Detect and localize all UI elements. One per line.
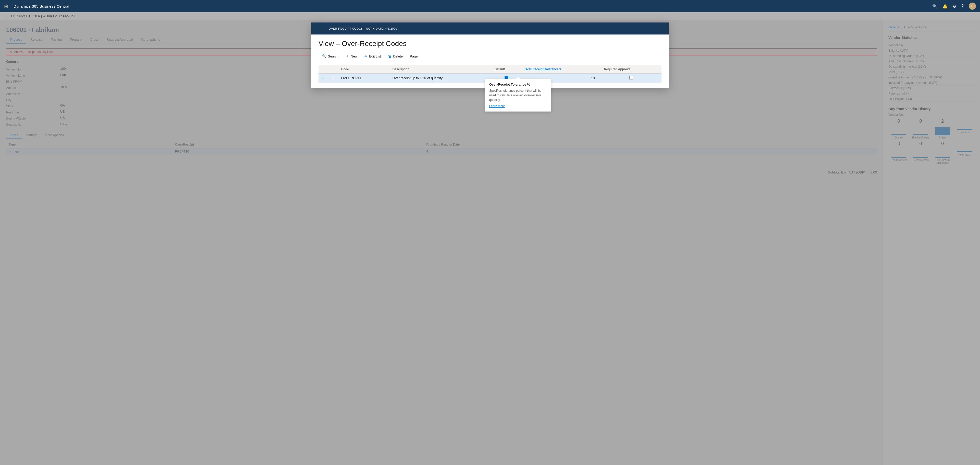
delete-label: Delete	[393, 54, 403, 58]
modal-title-bar: OVER-RECEIPT CODES | WORK DATE: 4/6/2020	[329, 27, 397, 30]
help-icon[interactable]: ?	[961, 4, 964, 8]
tooltip-popup: Over-Receipt Tolerance % Specifies toler…	[485, 79, 551, 112]
col-code[interactable]: Code ↑	[338, 66, 390, 74]
new-label: New	[351, 54, 357, 58]
description-value: Over receipt up to 10% of quantity	[393, 76, 443, 80]
search-icon[interactable]: 🔍	[932, 4, 937, 9]
top-navigation: ⊞ Dynamics 365 Business Central 🔍 🔔 ⚙ ? …	[0, 0, 980, 12]
edit-list-label: Edit List	[369, 54, 381, 58]
waffle-icon[interactable]: ⊞	[4, 3, 8, 9]
delete-icon: 🗑	[388, 54, 391, 58]
edit-icon: ✏	[364, 54, 368, 58]
cell-menu-dots[interactable]: ⋮	[328, 74, 338, 83]
cell-required-approval	[601, 74, 662, 83]
col-description[interactable]: Description	[390, 66, 492, 74]
tolerance-value: 10	[591, 76, 595, 80]
modal-back-button[interactable]: ←	[317, 26, 326, 32]
col-default-label: Default	[495, 67, 505, 71]
col-code-label: Code	[341, 67, 349, 71]
delete-button[interactable]: 🗑 Delete	[384, 52, 406, 61]
required-approval-checkbox[interactable]	[629, 76, 633, 80]
search-icon: 🔍	[322, 54, 326, 58]
bell-icon[interactable]: 🔔	[942, 4, 948, 9]
tooltip-title: Over-Receipt Tolerance %	[489, 83, 547, 86]
col-default[interactable]: Default	[492, 66, 522, 74]
modal-header: ← OVER-RECEIPT CODES | WORK DATE: 4/6/20…	[311, 22, 669, 35]
background-page: ← PURCHASE ORDER | WORK DATE: 4/6/2020 1…	[0, 12, 980, 465]
row-arrow-icon: →	[321, 76, 325, 80]
cell-description: Over receipt up to 10% of quantity	[390, 74, 492, 83]
col-required-approval-label: Required Approval	[604, 67, 632, 71]
col-menu	[328, 66, 338, 74]
col-indicator	[318, 66, 328, 74]
sort-asc-icon: ↑	[350, 68, 351, 71]
col-required-approval[interactable]: Required Approval	[601, 66, 662, 74]
page-label: Page	[410, 54, 417, 58]
cell-row-indicator: →	[318, 74, 328, 83]
search-label: Search	[328, 54, 339, 58]
modal-overlay[interactable]: ← OVER-RECEIPT CODES | WORK DATE: 4/6/20…	[0, 12, 980, 465]
context-menu-icon[interactable]: ⋮	[331, 76, 335, 80]
nav-icons: 🔍 🔔 ⚙ ? U	[932, 3, 976, 10]
search-button[interactable]: 🔍 Search	[318, 52, 342, 61]
new-button[interactable]: ＋ New	[342, 52, 361, 61]
col-tolerance[interactable]: Over-Receipt Tolerance %	[522, 66, 601, 74]
modal-page-title: View – Over-Receipt Codes	[318, 40, 662, 48]
modal-toolbar: 🔍 Search ＋ New ✏ Edit List 🗑 Delete	[318, 52, 662, 61]
code-value: OVERRCPT10	[341, 76, 363, 80]
cell-code: OVERRCPT10	[338, 74, 390, 83]
app-title: Dynamics 365 Business Central	[14, 4, 69, 8]
settings-icon[interactable]: ⚙	[953, 4, 956, 9]
col-description-label: Description	[393, 67, 409, 71]
user-avatar[interactable]: U	[969, 3, 976, 10]
tooltip-body: Specifies tolerance percent that will be…	[489, 88, 547, 102]
tooltip-arrow	[516, 77, 520, 79]
page-button[interactable]: Page	[406, 53, 421, 61]
new-icon: ＋	[345, 54, 349, 59]
modal-dialog: ← OVER-RECEIPT CODES | WORK DATE: 4/6/20…	[311, 22, 669, 88]
tooltip-learn-more-link[interactable]: Learn more	[489, 104, 505, 108]
edit-list-button[interactable]: ✏ Edit List	[361, 52, 384, 61]
col-tolerance-label: Over-Receipt Tolerance %	[525, 67, 562, 71]
